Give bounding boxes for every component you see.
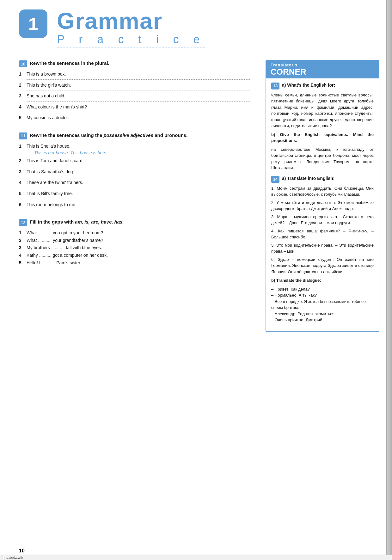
exercise-10-title: Rewrite the sentences in the plural. [30, 60, 109, 66]
exercise-12-title-words: am, is, are, have, has. [75, 219, 124, 225]
list-item: 2 This is Tom and Janet's card. [19, 158, 250, 164]
tc-ex14-badge: 14 [271, 176, 279, 183]
page-edge [386, 0, 392, 560]
answer-line [27, 199, 250, 199]
tc-ex13-title-b: b) Give the English equivalents. Mind th… [271, 132, 374, 144]
answer-line [27, 188, 250, 188]
tc-ex13-title-a: a) What's the English for: [282, 82, 335, 88]
item-text: She has got a child. [27, 93, 65, 99]
item-text: My cousin is a doctor. [27, 115, 69, 121]
exercise-11-items: 1 This is Sheila's house. This is her ho… [19, 143, 250, 210]
tc-ex13-text-b: на северо-востоке Москвы, к юго-западу о… [271, 146, 374, 171]
list-item: – Очень приятно. Дмитрий. [271, 317, 374, 323]
list-item: 4 Kathy .......... got a computer on her… [19, 252, 250, 259]
exercise-11-title-end: and pronouns. [153, 132, 187, 138]
item-text: What ........... your grandfather's name… [27, 237, 103, 244]
tc-exercise-14: 14 a) Translate into English: 1. Моим сё… [271, 175, 374, 323]
exercise-12-title: Fill in the gaps with am, is, are, have,… [30, 219, 124, 225]
item-text: That is Samantha's dog. [27, 169, 74, 175]
item-content: This is Sheila's house. This is her hous… [27, 143, 107, 156]
list-item: 3. Марк – мужчина средних лет.– Сколько … [271, 214, 374, 226]
list-item: 4. Как пишется ваша фамилия? – Р-е-t-r-о… [271, 228, 374, 240]
list-item: 6. Эдгар – немецкий студент. Он живёт на… [271, 256, 374, 275]
list-item: 1 This is Sheila's house. This is her ho… [19, 143, 250, 156]
exercise-11-badge: 11 [19, 132, 27, 139]
list-item: 5 Hello! I ........... Pam's sister. [19, 260, 250, 266]
tc-ex14-dialogue: – Привет! Как дела? – Нормально. А ты ка… [271, 286, 374, 323]
item-number: 1 [19, 71, 24, 77]
item-number: 6 [19, 202, 24, 208]
answer-line [27, 177, 250, 177]
tc-header-bottom: CORNER [271, 67, 374, 78]
list-item: 3 My brothers ........... tall with blue… [19, 245, 250, 251]
exercise-10: 10 Rewrite the sentences in the plural. … [19, 60, 250, 123]
list-item: 5. Это мои водительские права. – Эти вод… [271, 242, 374, 255]
item-text: My brothers ........... tall with blue e… [27, 245, 102, 251]
chapter-number-box: 1 [19, 9, 47, 38]
tc-header-top: Translator's [271, 63, 374, 67]
item-number: 4 [19, 180, 24, 186]
sub-title: P r a c t i c e [57, 33, 205, 47]
exercise-11: 11 Rewrite the sentences using the posse… [19, 132, 250, 210]
header: 1 Grammar P r a c t i c e [0, 0, 392, 54]
answer-line [27, 166, 250, 166]
answer-line [27, 210, 250, 210]
tc-ex14-title-a: a) Translate into English: [282, 175, 334, 181]
item-number: 4 [19, 252, 24, 259]
item-number: 2 [19, 158, 24, 164]
item-number: 4 [19, 104, 24, 110]
list-item: – Александр. Рад познакомиться. [271, 311, 374, 317]
tc-ex14-header: 14 a) Translate into English: [271, 175, 374, 183]
list-item: 5 My cousin is a doctor. [19, 115, 250, 121]
exercise-12: 12 Fill in the gaps with am, is, are, ha… [19, 219, 250, 266]
answer-line [27, 79, 250, 80]
answer-line [27, 112, 250, 112]
item-number: 5 [19, 191, 24, 197]
main-title: Grammar [57, 9, 205, 32]
item-text: This room belongs to me. [27, 202, 77, 208]
list-item: 2 What ........... your grandfather's na… [19, 237, 250, 244]
item-text: Kathy .......... got a computer on her d… [27, 252, 108, 259]
tc-ex13-header: 13 a) What's the English for: [271, 82, 374, 89]
exercise-10-header: 10 Rewrite the sentences in the plural. [19, 60, 250, 67]
item-text: This is Tom and Janet's card. [27, 158, 84, 164]
item-text: Hello! I ........... Pam's sister. [27, 260, 81, 266]
item-number: 5 [19, 260, 24, 266]
item-number: 3 [19, 93, 24, 99]
answer-line [27, 101, 250, 102]
list-item: 2 This is the girl's watch. [19, 82, 250, 89]
page-number: 10 [19, 548, 25, 554]
item-number: 1 [19, 143, 24, 156]
item-text: This is the girl's watch. [27, 82, 71, 89]
tc-exercise-13: 13 a) What's the English for: члены семь… [271, 82, 374, 171]
item-text: That is Bill's family tree. [27, 191, 73, 197]
list-item: – Нормально. А ты как? [271, 292, 374, 298]
list-item: 4 These are the twins' trainers. [19, 180, 250, 186]
list-item: 1 What ........... you got in your bedro… [19, 230, 250, 236]
item-number: 2 [19, 237, 24, 244]
exercise-12-header: 12 Fill in the gaps with am, is, are, ha… [19, 219, 250, 226]
exercise-11-title-plain: Rewrite the sentences using the [30, 132, 103, 138]
left-column: 10 Rewrite the sentences in the plural. … [0, 57, 259, 338]
exercise-11-header: 11 Rewrite the sentences using the posse… [19, 132, 250, 139]
list-item: 4 What colour is the man's shirt? [19, 104, 250, 110]
item-number: 3 [19, 245, 24, 251]
list-item: 1. Моим сёстрам за двадцать. Они близнец… [271, 185, 374, 198]
item-text: These are the twins' trainers. [27, 180, 83, 186]
list-item: 5 That is Bill's family tree. [19, 191, 250, 197]
exercise-10-badge: 10 [19, 60, 27, 67]
answer-line [27, 90, 250, 90]
tc-body: 13 a) What's the English for: члены семь… [266, 78, 379, 331]
answer-line [27, 123, 250, 123]
list-item: 3 She has got a child. [19, 93, 250, 99]
item-text: What ........... you got in your bedroom… [27, 230, 103, 236]
tc-ex14-title-b: b) Translate the dialogue: [271, 277, 374, 284]
translators-corner: Translator's CORNER 13 a) What's the Eng… [266, 60, 379, 332]
url-bar: http://gdz.wtf/ [0, 555, 392, 560]
exercise-11-title-italic: possessive adjectives [103, 132, 153, 138]
tc-header: Translator's CORNER [266, 61, 379, 78]
item-number: 3 [19, 169, 24, 175]
chapter-number: 1 [28, 14, 38, 34]
exercise-12-badge: 12 [19, 219, 27, 226]
item-text: This is a brown box. [27, 71, 66, 77]
